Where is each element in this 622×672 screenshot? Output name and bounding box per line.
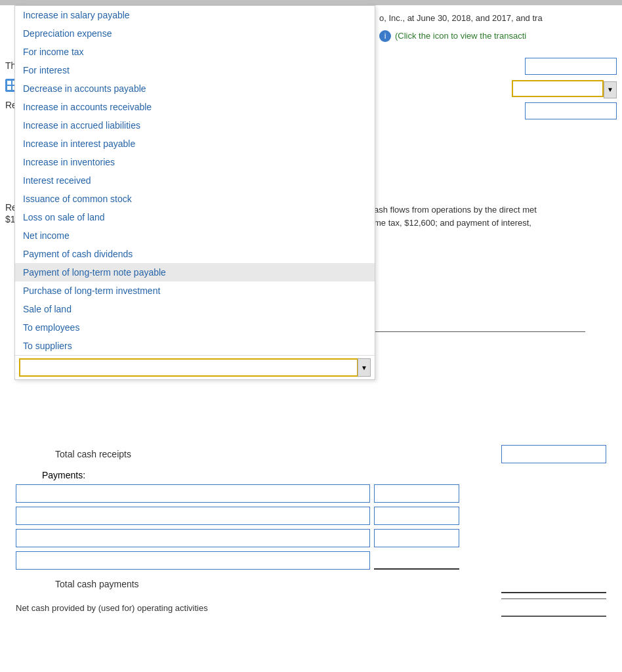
dropdown-item-3[interactable]: For interest — [15, 61, 375, 79]
dropdown-item-16[interactable]: Sale of land — [15, 300, 375, 318]
svg-rect-0 — [7, 81, 11, 85]
payment-input-wide-3[interactable] — [16, 529, 370, 547]
dropdown-item-1[interactable]: Depreciation expense — [15, 24, 375, 43]
right-header-text: o, Inc., at June 30, 2018, and 2017, and… — [374, 5, 622, 28]
dropdown-item-11[interactable]: Loss on sale of land — [15, 208, 375, 226]
net-cash-input[interactable] — [501, 598, 606, 617]
dropdown-item-12[interactable]: Net income — [15, 226, 375, 245]
payment-row-3 — [16, 529, 606, 547]
payment-row-1 — [16, 484, 606, 503]
payment-input-narrow-2[interactable] — [374, 507, 459, 525]
net-cash-label: Net cash provided by (used for) operatin… — [16, 603, 208, 613]
dropdown-item-0[interactable]: Increase in salary payable — [15, 6, 375, 24]
dropdown-item-6[interactable]: Increase in accrued liabilities — [15, 116, 375, 135]
payment-input-wide-4[interactable] — [16, 551, 370, 570]
page-wrapper: o, Inc., at June 30, 2018, and 2017, and… — [0, 0, 622, 672]
dropdown-item-4[interactable]: Decrease in accounts payable — [15, 79, 375, 98]
right-input-yellow[interactable] — [512, 80, 604, 97]
dropdown-item-8[interactable]: Increase in inventories — [15, 153, 375, 171]
net-cash-row: Net cash provided by (used for) operatin… — [16, 598, 606, 617]
dropdown-arrow[interactable]: ▼ — [358, 358, 371, 377]
dropdown-arrow-right[interactable]: ▼ — [604, 81, 617, 98]
top-bar — [0, 0, 622, 5]
dropdown-item-13[interactable]: Payment of cash dividends — [15, 245, 375, 263]
right-inputs: ▼ — [374, 58, 622, 122]
info-icon[interactable]: i — [379, 30, 391, 42]
total-payments-input[interactable] — [501, 575, 606, 593]
dropdown-select-row: ▼ — [15, 355, 375, 379]
input-row-1 — [379, 58, 617, 77]
payment-input-narrow-4[interactable] — [374, 551, 459, 570]
input-row-2: ▼ — [379, 80, 617, 100]
dropdown-item-17[interactable]: To employees — [15, 318, 375, 337]
total-receipts-label: Total cash receipts — [16, 449, 131, 459]
dropdown-item-15[interactable]: Purchase of long-term investment — [15, 282, 375, 300]
bottom-section: Total cash receipts Payments: Total cash… — [0, 433, 622, 622]
payment-input-narrow-1[interactable] — [374, 484, 459, 503]
input-row-3 — [379, 102, 617, 122]
payment-input-wide-2[interactable] — [16, 507, 370, 525]
payment-input-narrow-3[interactable] — [374, 529, 459, 547]
dropdown-select-input[interactable] — [19, 358, 358, 377]
dropdown-item-5[interactable]: Increase in accounts receivable — [15, 98, 375, 116]
payment-row-2 — [16, 507, 606, 525]
total-receipts-input[interactable] — [501, 445, 606, 463]
right-input-1[interactable] — [525, 58, 617, 75]
payment-input-wide-1[interactable] — [16, 484, 370, 503]
dropdown-item-10[interactable]: Issuance of common stock — [15, 190, 375, 208]
dropdown-item-2[interactable]: For income tax — [15, 43, 375, 61]
total-payments-row: Total cash payments — [16, 575, 606, 593]
payments-label: Payments: — [16, 470, 606, 480]
info-line: i (Click the icon to view the transacti — [374, 28, 622, 45]
svg-rect-2 — [7, 86, 11, 90]
payment-row-4 — [16, 551, 606, 570]
tax-label: me tax, $12,600; and payment of interest… — [374, 215, 531, 230]
dropdown-item-9[interactable]: Interest received — [15, 171, 375, 190]
dropdown-item-14[interactable]: Payment of long-term note payable — [15, 263, 375, 282]
total-receipts-row: Total cash receipts — [16, 445, 606, 463]
dropdown-menu: Increase in salary payable Depreciation … — [14, 5, 375, 380]
dropdown-item-7[interactable]: Increase in interest payable — [15, 135, 375, 153]
right-input-2[interactable] — [525, 102, 617, 119]
total-payments-label: Total cash payments — [16, 579, 139, 589]
dropdown-item-18[interactable]: To suppliers — [15, 337, 375, 355]
